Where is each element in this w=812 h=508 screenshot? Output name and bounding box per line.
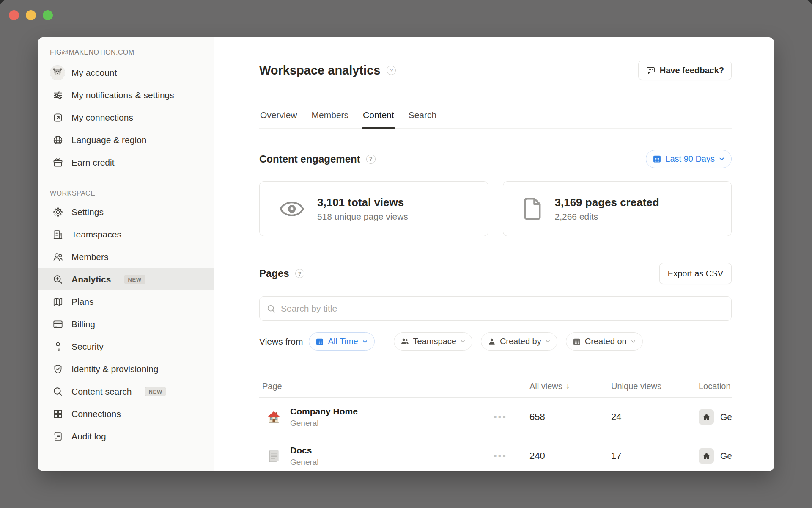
page-subtitle: General bbox=[290, 419, 358, 428]
house-emoji-icon bbox=[267, 410, 281, 424]
page-title: Workspace analytics bbox=[259, 64, 380, 77]
unique-views-cell: 24 bbox=[601, 398, 689, 436]
sidebar-item-connections[interactable]: Connections bbox=[38, 403, 214, 425]
account-email: FIG@MAKENOTION.COM bbox=[38, 49, 214, 56]
stat-card-pages-created: 3,169 pages created 2,266 edits bbox=[503, 181, 732, 236]
chevron-down-icon bbox=[460, 339, 466, 344]
sidebar-item-label: Billing bbox=[71, 318, 95, 330]
sidebar-item-settings[interactable]: Settings bbox=[38, 201, 214, 223]
speech-bubble-icon bbox=[646, 66, 656, 75]
column-header-all-views[interactable]: All views ↓ bbox=[519, 375, 601, 397]
created-by-filter-label: Created by bbox=[500, 337, 541, 346]
views-from-dropdown[interactable]: All Time bbox=[309, 332, 374, 351]
sidebar-item-notifications-settings[interactable]: My notifications & settings bbox=[38, 84, 214, 106]
sliders-icon bbox=[52, 89, 63, 101]
sidebar-item-content-search[interactable]: Content search NEW bbox=[38, 380, 214, 403]
user-avatar bbox=[50, 66, 65, 80]
sort-desc-icon: ↓ bbox=[566, 381, 570, 391]
chevron-down-icon bbox=[631, 339, 636, 344]
tab-search[interactable]: Search bbox=[408, 103, 438, 128]
tab-content[interactable]: Content bbox=[362, 103, 395, 128]
shield-check-icon bbox=[52, 363, 63, 375]
grid-icon bbox=[52, 408, 63, 420]
calendar-icon bbox=[315, 337, 324, 346]
sidebar-item-my-account[interactable]: My account bbox=[38, 61, 214, 84]
sidebar-item-label: Analytics bbox=[71, 273, 111, 285]
sidebar-item-teamspaces[interactable]: Teamspaces bbox=[38, 223, 214, 246]
views-from-value: All Time bbox=[328, 337, 358, 346]
key-icon bbox=[52, 341, 63, 352]
tab-overview[interactable]: Overview bbox=[259, 103, 298, 128]
table-row[interactable]: Company Home General ••• 658 24 General bbox=[259, 398, 732, 436]
sidebar-item-analytics[interactable]: Analytics NEW bbox=[38, 268, 214, 290]
teamspace-filter[interactable]: Teamspace bbox=[394, 332, 472, 351]
teamspace-filter-label: Teamspace bbox=[413, 337, 456, 346]
sidebar-item-identity-provisioning[interactable]: Identity & provisioning bbox=[38, 358, 214, 380]
feedback-button[interactable]: Have feedback? bbox=[638, 61, 732, 80]
date-range-dropdown[interactable]: Last 90 Days bbox=[646, 150, 732, 168]
created-on-filter[interactable]: Created on bbox=[566, 332, 643, 351]
sidebar-item-label: Content search bbox=[71, 386, 132, 398]
unique-views-cell: 17 bbox=[601, 436, 689, 471]
sidebar-item-earn-credit[interactable]: Earn credit bbox=[38, 151, 214, 174]
row-menu-icon[interactable]: ••• bbox=[494, 450, 507, 461]
column-header-page[interactable]: Page bbox=[259, 375, 519, 397]
sidebar-item-label: Security bbox=[71, 341, 104, 353]
zoom-button[interactable] bbox=[43, 10, 53, 20]
column-header-unique-views[interactable]: Unique views bbox=[601, 375, 689, 397]
page-subtitle: General bbox=[290, 458, 319, 467]
chevron-down-icon bbox=[362, 339, 368, 345]
pages-heading: Pages bbox=[259, 268, 289, 279]
page-icon bbox=[523, 197, 542, 221]
help-icon[interactable]: ? bbox=[295, 269, 304, 278]
search-icon bbox=[266, 304, 276, 314]
close-button[interactable] bbox=[9, 10, 19, 20]
stat-value: 3,101 total views bbox=[317, 196, 408, 209]
search-input[interactable] bbox=[281, 304, 724, 314]
gift-icon bbox=[52, 157, 63, 168]
eye-icon bbox=[279, 201, 304, 217]
sidebar-item-billing[interactable]: Billing bbox=[38, 313, 214, 335]
sidebar-item-label: Settings bbox=[71, 206, 104, 218]
home-location-icon bbox=[699, 448, 714, 464]
sidebar-item-security[interactable]: Security bbox=[38, 335, 214, 358]
external-link-icon bbox=[52, 112, 63, 123]
created-by-filter[interactable]: Created by bbox=[481, 332, 557, 351]
created-on-filter-label: Created on bbox=[585, 337, 627, 346]
pages-table: Page All views ↓ Unique views Location bbox=[259, 375, 732, 471]
sidebar-item-label: Identity & provisioning bbox=[71, 363, 158, 375]
map-icon bbox=[52, 296, 63, 307]
table-header: Page All views ↓ Unique views Location bbox=[259, 375, 732, 398]
export-csv-button[interactable]: Export as CSV bbox=[659, 263, 732, 284]
building-icon bbox=[52, 229, 63, 240]
sidebar-item-label: Language & region bbox=[71, 134, 147, 146]
help-icon[interactable]: ? bbox=[366, 155, 376, 164]
column-header-location[interactable]: Location bbox=[689, 375, 732, 397]
feedback-button-label: Have feedback? bbox=[660, 66, 724, 75]
sidebar-item-label: My notifications & settings bbox=[71, 89, 174, 101]
row-menu-icon[interactable]: ••• bbox=[494, 411, 507, 422]
search-icon bbox=[52, 386, 63, 397]
stat-subvalue: 518 unique page views bbox=[317, 212, 408, 222]
table-row[interactable]: Docs General ••• 240 17 General bbox=[259, 436, 732, 471]
credit-card-icon bbox=[52, 318, 63, 330]
minimize-button[interactable] bbox=[26, 10, 36, 20]
sidebar-item-audit-log[interactable]: Audit log bbox=[38, 425, 214, 447]
settings-dialog: FIG@MAKENOTION.COM My account My notific… bbox=[38, 37, 774, 471]
tab-members[interactable]: Members bbox=[311, 103, 350, 128]
members-icon bbox=[52, 251, 63, 262]
all-views-cell: 240 bbox=[519, 436, 601, 471]
views-from-label: Views from bbox=[259, 337, 303, 347]
content-engagement-heading: Content engagement bbox=[259, 153, 360, 165]
pages-filters: Views from All Time Teamspace bbox=[259, 332, 732, 351]
sidebar-item-my-connections[interactable]: My connections bbox=[38, 106, 214, 129]
analytics-tabs: Overview Members Content Search bbox=[259, 103, 732, 129]
sidebar-item-members[interactable]: Members bbox=[38, 246, 214, 268]
sidebar-item-language-region[interactable]: Language & region bbox=[38, 129, 214, 151]
sidebar-item-label: Audit log bbox=[71, 431, 106, 442]
sidebar-item-label: Members bbox=[71, 251, 109, 263]
analytics-icon bbox=[52, 273, 63, 285]
help-icon[interactable]: ? bbox=[387, 66, 396, 75]
sidebar-item-label: Connections bbox=[71, 408, 121, 420]
sidebar-item-plans[interactable]: Plans bbox=[38, 290, 214, 313]
